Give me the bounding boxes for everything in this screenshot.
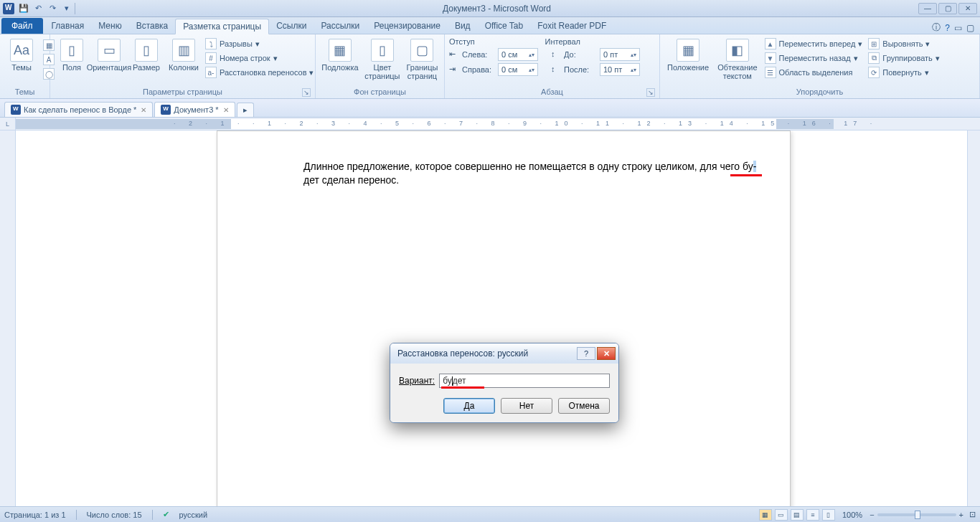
draft-view-button[interactable]: ▯ (822, 509, 835, 521)
doctab-2[interactable]: Документ3 *✕ (154, 102, 235, 117)
selection-pane-button[interactable]: ☰Область выделения (763, 66, 864, 79)
page: Длинное предложение, которое совершенно … (217, 130, 791, 506)
themes-icon: Aa (10, 39, 33, 62)
close-window-button[interactable]: ✕ (958, 3, 977, 14)
align-icon: ⊞ (868, 38, 880, 49)
space-after-icon: ↕ (551, 65, 561, 75)
columns-button[interactable]: ▥Колонки (166, 37, 201, 73)
variant-label: Вариант: (399, 376, 435, 386)
horizontal-ruler[interactable]: · 2 · 1 · · 1 · 2 · 3 · 4 · 5 · 6 · 7 · … (16, 118, 980, 130)
restore-button[interactable]: ▢ (938, 3, 957, 14)
line-numbers-button[interactable]: #Номера строк ▾ (204, 52, 315, 65)
space-before-input[interactable]: 0 пт▴▾ (600, 48, 640, 61)
wrap-text-button[interactable]: ◧Обтекание текстом (715, 37, 760, 82)
window-title: Документ3 - Microsoft Word (75, 4, 918, 14)
variant-input[interactable]: будет (439, 374, 610, 388)
tab-view[interactable]: Вид (448, 18, 478, 34)
undo-icon[interactable]: ↶ (32, 2, 44, 15)
spellcheck-icon[interactable]: ✔ (163, 510, 169, 519)
help-icon[interactable]: ? (945, 23, 950, 33)
help-min-icon[interactable]: ⓘ (932, 22, 941, 34)
breaks-button[interactable]: ⤵Разрывы ▾ (204, 37, 315, 50)
group-button[interactable]: ⧉Группировать ▾ (867, 52, 941, 65)
rotate-button[interactable]: ⟳Повернуть ▾ (867, 66, 941, 79)
send-backward-button[interactable]: ▼Переместить назад ▾ (763, 52, 864, 65)
themes-button[interactable]: Aa Темы (4, 37, 39, 73)
web-view-button[interactable]: ▤ (791, 509, 804, 521)
margins-icon: ▯ (60, 39, 83, 62)
status-bar: Страница: 1 из 1 Число слов: 15 ✔ русски… (0, 506, 980, 522)
space-after-input[interactable]: 10 пт▴▾ (600, 63, 640, 76)
indent-left-input[interactable]: 0 см▴▾ (498, 48, 538, 61)
page-borders-button[interactable]: ▢Границы страниц (405, 37, 440, 82)
file-tab[interactable]: Файл (1, 18, 43, 34)
work-area: L · 2 · 1 · · 1 · 2 · 3 · 4 · 5 · 6 · 7 … (0, 118, 980, 506)
hyphenation-button[interactable]: a-Расстановка переносов ▾ (204, 66, 315, 79)
no-button[interactable]: Нет (501, 398, 552, 414)
tab-review[interactable]: Рецензирование (367, 18, 448, 34)
align-button[interactable]: ⊞Выровнять ▾ (867, 37, 941, 50)
tab-home[interactable]: Главная (44, 18, 92, 34)
page-setup-launcher[interactable]: ↘ (302, 88, 311, 97)
status-page[interactable]: Страница: 1 из 1 (4, 511, 66, 519)
document-tabs: Как сделать перенос в Ворде *✕ Документ3… (0, 99, 980, 118)
indent-right-input[interactable]: 0 см▴▾ (498, 63, 538, 76)
doctab-1[interactable]: Как сделать перенос в Ворде *✕ (4, 102, 153, 117)
group-paragraph-label: Абзац↘ (449, 87, 655, 98)
page-color-icon: ▯ (371, 39, 394, 62)
vertical-ruler[interactable] (0, 118, 16, 506)
size-icon: ▯ (135, 39, 158, 62)
close-tab-icon[interactable]: ✕ (141, 106, 146, 114)
bring-forward-button[interactable]: ▲Переместить вперед ▾ (763, 37, 864, 50)
status-language: русский (179, 511, 207, 519)
fullscreen-view-button[interactable]: ▭ (775, 509, 788, 521)
zoom-out-button[interactable]: − (870, 511, 874, 519)
close-tab-icon[interactable]: ✕ (223, 106, 229, 114)
redo-icon[interactable]: ↷ (46, 2, 59, 15)
watermark-button[interactable]: ▦Подложка (320, 37, 360, 73)
qat-dropdown-icon[interactable]: ▾ (60, 2, 73, 15)
hyphen-icon: a- (205, 67, 217, 78)
zoom-slider[interactable] (877, 513, 956, 516)
annotation-underline (441, 386, 484, 389)
save-icon[interactable]: 💾 (17, 2, 30, 15)
yes-button[interactable]: Да (443, 398, 495, 414)
vertical-scrollbar[interactable] (967, 130, 980, 506)
tab-page-layout[interactable]: Разметка страницы (175, 19, 269, 34)
dialog-title-bar[interactable]: Расстановка переносов: русский ? ✕ (390, 343, 618, 364)
position-button[interactable]: ▦Положение (664, 37, 712, 73)
zoom-fit-button[interactable]: ⊡ (969, 510, 976, 519)
dialog-close-button[interactable]: ✕ (597, 347, 616, 360)
indent-left-icon: ⇤ (449, 49, 459, 60)
minimize-button[interactable]: — (918, 3, 937, 14)
print-layout-view-button[interactable]: ▦ (759, 509, 772, 521)
status-word-count[interactable]: Число слов: 15 (87, 511, 142, 519)
dialog-help-button[interactable]: ? (577, 347, 595, 360)
tab-mailings[interactable]: Рассылки (314, 18, 367, 34)
cancel-button[interactable]: Отмена (558, 398, 610, 414)
document-canvas[interactable]: Длинное предложение, которое совершенно … (16, 130, 980, 506)
quick-access-toolbar: 💾 ↶ ↷ ▾ (17, 2, 75, 15)
ribbon-options-icon[interactable]: ▢ (966, 23, 974, 33)
outline-view-button[interactable]: ≡ (806, 509, 819, 521)
tab-office-tab[interactable]: Office Tab (478, 18, 531, 34)
ruler-corner[interactable]: L (0, 118, 16, 130)
rotate-icon: ⟳ (868, 67, 880, 78)
status-zoom[interactable]: 100% (842, 511, 862, 519)
size-button[interactable]: ▯Размер (129, 37, 164, 73)
tab-insert[interactable]: Вставка (129, 18, 176, 34)
ribbon-minimize-icon[interactable]: ▭ (954, 23, 962, 33)
tab-menu[interactable]: Меню (91, 18, 128, 34)
paragraph-launcher[interactable]: ↘ (646, 88, 655, 97)
page-color-button[interactable]: ▯Цвет страницы (363, 37, 402, 82)
zoom-in-button[interactable]: + (959, 511, 963, 519)
margins-button[interactable]: ▯Поля (55, 37, 89, 73)
tab-references[interactable]: Ссылки (269, 18, 314, 34)
new-doctab-button[interactable]: ▸ (237, 103, 254, 117)
annotation-underline (730, 174, 762, 176)
tab-foxit[interactable]: Foxit Reader PDF (530, 18, 613, 34)
orientation-button[interactable]: ▭Ориентация (92, 37, 126, 73)
document-text[interactable]: Длинное предложение, которое совершенно … (303, 160, 763, 187)
space-before-icon: ↕ (551, 49, 561, 60)
word-doc-icon (11, 105, 21, 115)
